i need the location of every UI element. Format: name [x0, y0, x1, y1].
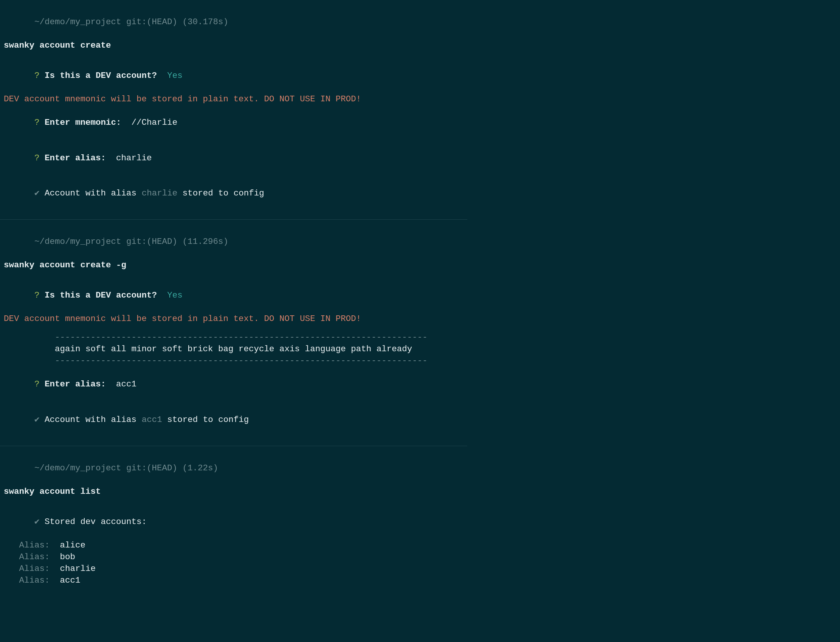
check-icon: ✔ [34, 517, 40, 527]
confirm-alias: acc1 [142, 415, 162, 425]
prompt-line: ~/demo/my_project git:(HEAD) (30.178s) [4, 5, 463, 40]
alias-value[interactable]: acc1 [116, 379, 136, 389]
alias-name: acc1 [60, 576, 81, 585]
prompt-git: git:(HEAD) [121, 237, 183, 246]
confirm-line: ✔ Account with alias acc1 stored to conf… [4, 402, 463, 437]
command-line[interactable]: swanky account create -g [4, 259, 463, 271]
mnemonic-words: again soft all minor soft brick bag recy… [4, 343, 463, 355]
confirm-alias: charlie [142, 188, 178, 198]
question-line: ? Is this a DEV account? Yes [4, 278, 463, 313]
list-item: Alias:charlie [4, 563, 463, 575]
mnemonic-line: ? Enter mnemonic: //Charlie [4, 105, 463, 140]
question-mark-icon: ? [34, 118, 40, 127]
confirm-line: ✔ Account with alias charlie stored to c… [4, 176, 463, 211]
alias-label: Alias: [4, 540, 50, 551]
alias-name: bob [60, 552, 76, 562]
alias-label: Alias: [4, 551, 50, 563]
prompt-path: ~/demo/my_project [34, 237, 121, 246]
answer-value: Yes [167, 71, 183, 81]
mnemonic-value[interactable]: //Charlie [131, 118, 178, 127]
question-mark-icon: ? [34, 71, 40, 81]
alias-prompt: Enter alias: [45, 153, 106, 163]
alias-value[interactable]: charlie [116, 153, 152, 163]
alias-label: Alias: [4, 563, 50, 575]
prompt-path: ~/demo/my_project [34, 463, 121, 473]
alias-name: alice [60, 540, 86, 550]
alias-label: Alias: [4, 575, 50, 587]
check-icon: ✔ [34, 188, 40, 198]
command-line[interactable]: swanky account list [4, 486, 463, 498]
prompt-time: (30.178s) [183, 17, 229, 27]
question-mark-icon: ? [34, 153, 40, 163]
question-text: Is this a DEV account? [45, 290, 157, 300]
list-item: Alias:bob [4, 551, 463, 563]
prompt-line: ~/demo/my_project git:(HEAD) (11.296s) [4, 224, 463, 259]
prompt-line: ~/demo/my_project git:(HEAD) (1.22s) [4, 451, 463, 486]
mnemonic-prompt: Enter mnemonic: [45, 118, 121, 127]
prompt-git: git:(HEAD) [121, 17, 183, 27]
terminal-block-create: ~/demo/my_project git:(HEAD) (30.178s) s… [0, 0, 467, 219]
confirm-text-prefix: Account with alias [45, 415, 142, 425]
warning-line: DEV account mnemonic will be stored in p… [4, 93, 463, 105]
alias-prompt: Enter alias: [45, 379, 106, 389]
question-mark-icon: ? [34, 290, 40, 300]
list-item: Alias:alice [4, 540, 463, 551]
warning-line: DEV account mnemonic will be stored in p… [4, 313, 463, 325]
alias-name: charlie [60, 564, 96, 574]
question-mark-icon: ? [34, 379, 40, 389]
list-header-line: ✔ Stored dev accounts: [4, 504, 463, 540]
list-header: Stored dev accounts: [45, 517, 147, 527]
prompt-time: (11.296s) [183, 237, 229, 246]
command-line[interactable]: swanky account create [4, 40, 463, 52]
prompt-path: ~/demo/my_project [34, 17, 121, 27]
confirm-text-suffix: stored to config [162, 415, 249, 425]
question-text: Is this a DEV account? [45, 71, 157, 81]
answer-value: Yes [167, 290, 183, 300]
terminal-block-list: ~/demo/my_project git:(HEAD) (1.22s) swa… [0, 446, 467, 595]
confirm-text-suffix: stored to config [177, 188, 264, 198]
terminal-frame: ~/demo/my_project git:(HEAD) (30.178s) s… [0, 0, 467, 595]
terminal-block-create-g: ~/demo/my_project git:(HEAD) (11.296s) s… [0, 219, 467, 446]
list-item: Alias:acc1 [4, 575, 463, 587]
prompt-time: (1.22s) [183, 463, 218, 473]
confirm-text-prefix: Account with alias [45, 188, 142, 198]
question-line: ? Is this a DEV account? Yes [4, 58, 463, 93]
mnemonic-divider-top: ----------------------------------------… [4, 332, 463, 343]
check-icon: ✔ [34, 415, 40, 425]
prompt-git: git:(HEAD) [121, 463, 183, 473]
alias-line: ? Enter alias: charlie [4, 141, 463, 176]
mnemonic-divider-bottom: ----------------------------------------… [4, 355, 463, 367]
alias-line: ? Enter alias: acc1 [4, 367, 463, 402]
